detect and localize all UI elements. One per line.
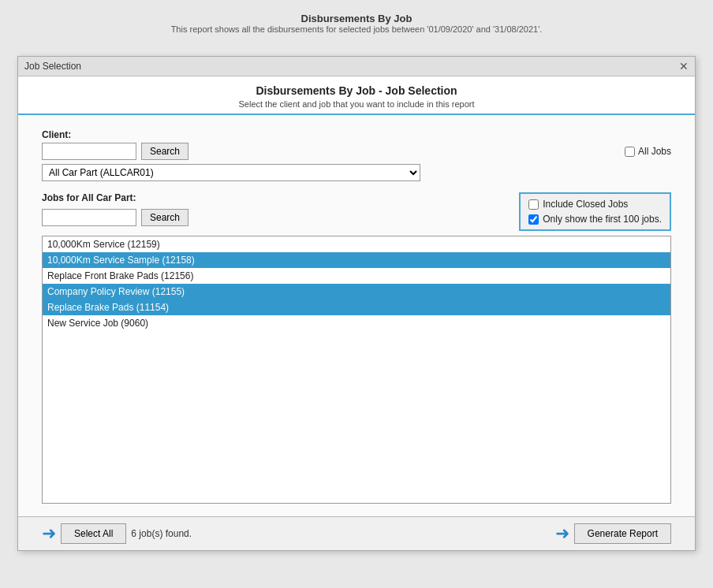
footer-left: ➜ Select All 6 job(s) found. [42,523,192,544]
only-first-label[interactable]: Only show the first 100 jobs. [528,214,662,225]
modal-body: Client: Search All Jobs All Car Part (AL… [18,115,695,516]
footer-status: 6 job(s) found. [131,528,192,539]
list-item[interactable]: Company Policy Review (12155) [43,284,670,300]
modal-window: Job Selection ✕ Disbursements By Job - J… [17,56,696,551]
select-all-arrow-icon: ➜ [42,525,56,542]
modal-close-button[interactable]: ✕ [679,61,689,72]
page-title: Disbursements By Job [0,13,713,24]
jobs-search-input[interactable] [42,209,136,226]
jobs-header-row: Jobs for All Car Part: Search Include Cl… [42,192,671,231]
client-input[interactable] [42,143,136,160]
only-first-checkbox[interactable] [528,214,539,225]
jobs-options-box: Include Closed Jobs Only show the first … [519,192,671,231]
jobs-label: Jobs for All Car Part: [42,192,189,203]
jobs-list[interactable]: 10,000Km Service (12159)10,000Km Service… [42,236,671,504]
client-label: Client: [42,129,671,140]
include-closed-checkbox[interactable] [528,199,539,210]
jobs-section: Jobs for All Car Part: Search Include Cl… [42,192,671,504]
all-jobs-row: All Jobs [625,146,671,157]
client-dropdown-row: All Car Part (ALLCAR01) [42,164,671,181]
jobs-label-col: Jobs for All Car Part: Search [42,192,189,226]
list-item[interactable]: Replace Front Brake Pads (12156) [43,268,670,284]
client-section: Client: Search All Jobs All Car Part (AL… [42,129,671,181]
select-all-button[interactable]: Select All [61,523,126,544]
modal-footer: ➜ Select All 6 job(s) found. ➜ Generate … [18,516,695,550]
generate-report-button[interactable]: Generate Report [574,523,671,544]
page-subtitle: This report shows all the disbursements … [0,24,713,34]
all-jobs-checkbox[interactable] [625,147,635,157]
generate-arrow-icon: ➜ [555,525,569,542]
client-dropdown[interactable]: All Car Part (ALLCAR01) [42,164,420,181]
client-input-row: Search [42,143,189,160]
list-item[interactable]: 10,000Km Service (12159) [43,236,670,252]
modal-header-subtitle: Select the client and job that you want … [18,99,695,109]
modal-titlebar: Job Selection ✕ [18,57,695,76]
modal-header: Disbursements By Job - Job Selection Sel… [18,76,695,115]
jobs-search-row: Search [42,209,189,226]
all-jobs-label[interactable]: All Jobs [625,146,671,157]
client-search-button[interactable]: Search [141,143,189,160]
page-header: Disbursements By Job This report shows a… [0,0,713,40]
list-item[interactable]: Replace Brake Pads (11154) [43,300,670,315]
list-item[interactable]: New Service Job (9060) [43,315,670,331]
modal-titlebar-label: Job Selection [24,61,81,72]
footer-right: ➜ Generate Report [555,523,671,544]
jobs-search-button[interactable]: Search [141,209,189,226]
list-item[interactable]: 10,000Km Service Sample (12158) [43,252,670,268]
modal-header-title: Disbursements By Job - Job Selection [18,84,695,97]
include-closed-label[interactable]: Include Closed Jobs [528,199,662,210]
